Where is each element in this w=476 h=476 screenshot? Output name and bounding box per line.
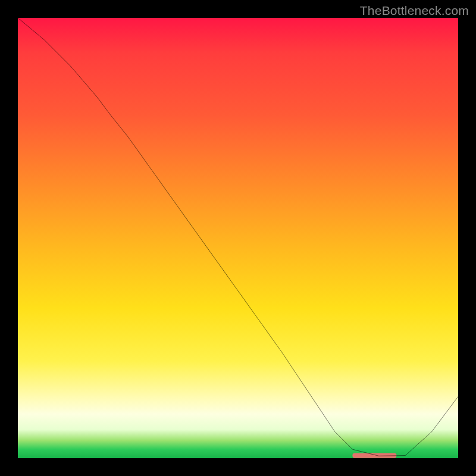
optimal-marker [352, 453, 396, 458]
svg-rect-0 [352, 453, 396, 458]
curve-line [18, 18, 458, 456]
chart-frame: TheBottleneck.com [0, 0, 476, 476]
chart-svg [18, 18, 458, 458]
watermark-text: TheBottleneck.com [360, 4, 469, 18]
plot-area [18, 18, 458, 458]
